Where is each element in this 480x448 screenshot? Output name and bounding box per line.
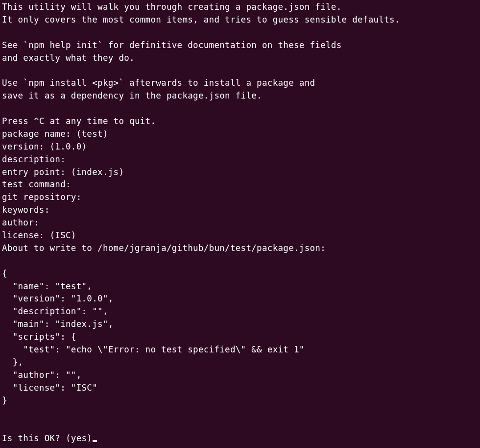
json-name: "name": "test", <box>2 281 92 291</box>
prompt-git-repository: git repository: <box>2 192 82 202</box>
about-to-write: About to write to /home/jgranja/github/b… <box>2 243 326 253</box>
confirm-prompt[interactable]: Is this OK? (yes) <box>2 433 92 443</box>
prompt-package-name: package name: (test) <box>2 129 108 139</box>
prompt-keywords: keywords: <box>2 205 50 215</box>
intro-line: See `npm help init` for definitive docum… <box>2 40 342 50</box>
prompt-test-command: test command: <box>2 179 71 189</box>
prompt-author: author: <box>2 218 39 227</box>
json-open: { <box>2 269 7 278</box>
json-license: "license": "ISC" <box>2 383 97 393</box>
terminal-output[interactable]: This utility will walk you through creat… <box>2 1 478 445</box>
json-version: "version": "1.0.0", <box>2 294 114 303</box>
json-scripts-open: "scripts": { <box>2 332 76 342</box>
json-main: "main": "index.js", <box>2 319 114 329</box>
prompt-version: version: (1.0.0) <box>2 142 87 151</box>
json-scripts-close: }, <box>2 357 23 367</box>
intro-line: and exactly what they do. <box>2 53 135 63</box>
json-test: "test": "echo \"Error: no test specified… <box>2 345 305 354</box>
prompt-entry-point: entry point: (index.js) <box>2 167 124 177</box>
prompt-license: license: (ISC) <box>2 230 76 240</box>
intro-line: Press ^C at any time to quit. <box>2 116 156 126</box>
json-author: "author": "", <box>2 370 82 380</box>
cursor <box>93 440 97 442</box>
intro-line: It only covers the most common items, an… <box>2 15 400 25</box>
json-description: "description": "", <box>2 306 108 316</box>
json-close: } <box>2 396 7 405</box>
intro-line: This utility will walk you through creat… <box>2 2 342 12</box>
intro-line: Use `npm install <pkg>` afterwards to in… <box>2 78 315 88</box>
intro-line: save it as a dependency in the package.j… <box>2 91 262 100</box>
prompt-description: description: <box>2 154 66 164</box>
